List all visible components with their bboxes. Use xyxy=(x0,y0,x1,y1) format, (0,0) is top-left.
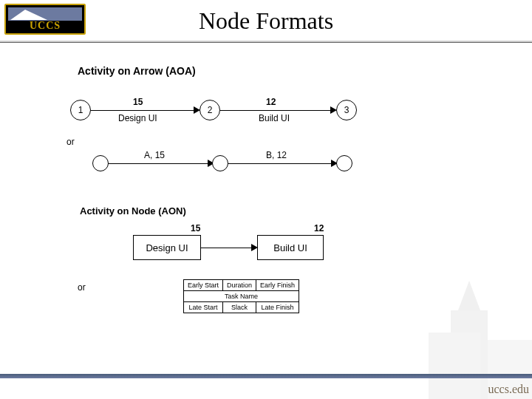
page-title: Node Formats xyxy=(0,7,532,35)
or-label-1: or xyxy=(66,137,75,147)
aoa-edge-2-3 xyxy=(220,110,331,111)
aoa-node-1: 1 xyxy=(70,100,91,120)
aon-tmpl-r1c2: Duration xyxy=(223,280,256,291)
title-divider xyxy=(0,41,532,43)
aoa2-edge-1-2-label: A, 15 xyxy=(144,150,165,160)
aoa-edge-1-2-label: Design UI xyxy=(118,113,157,123)
aoa2-edge-1-2 xyxy=(109,163,208,164)
aoa2-edge-2-3 xyxy=(228,163,332,164)
aon-node-1-duration: 15 xyxy=(191,223,200,233)
aoa-edge-2-3-duration: 12 xyxy=(266,97,276,107)
aoa2-node-3 xyxy=(336,155,352,171)
aoa-node-3: 3 xyxy=(336,100,357,120)
heading-aon: Activity on Node (AON) xyxy=(80,205,186,216)
aon-tmpl-r3c1: Late Start xyxy=(184,302,223,313)
campus-watermark xyxy=(340,266,532,399)
aoa-edge-1-2-duration: 15 xyxy=(133,97,143,107)
aon-tmpl-r3c3: Late Finish xyxy=(256,302,299,313)
aoa-diagram-2: A, 15 B, 12 xyxy=(92,148,388,185)
aon-node-2-duration: 12 xyxy=(314,223,324,233)
aoa-edge-1-2 xyxy=(91,110,194,111)
svg-rect-0 xyxy=(451,310,488,399)
aoa-edge-2-3-label: Build UI xyxy=(259,113,290,123)
aon-node-2: Build UI xyxy=(257,235,324,260)
footer-divider xyxy=(0,374,532,378)
footer-url: uccs.edu xyxy=(488,383,529,396)
svg-rect-1 xyxy=(429,332,480,399)
aon-tmpl-r2: Task Name xyxy=(184,291,299,302)
aoa2-node-2 xyxy=(212,155,228,171)
aon-tmpl-r3c2: Slack xyxy=(223,302,256,313)
svg-marker-3 xyxy=(458,281,480,310)
aoa2-edge-2-3-label: B, 12 xyxy=(266,150,287,160)
aoa-diagram-1: 1 15 Design UI 2 12 Build UI 3 xyxy=(70,92,388,137)
aon-tmpl-r1c3: Early Finish xyxy=(256,280,299,291)
aon-diagram-1: Design UI 15 Build UI 12 xyxy=(133,229,392,273)
aon-node-1: Design UI xyxy=(133,235,201,260)
aoa2-node-1 xyxy=(92,155,109,171)
aon-edge-1-2 xyxy=(201,248,253,248)
or-label-2: or xyxy=(78,282,86,293)
heading-aoa: Activity on Arrow (AOA) xyxy=(78,65,196,77)
aon-template-table: Early Start Duration Early Finish Task N… xyxy=(183,279,299,313)
aon-tmpl-r1c1: Early Start xyxy=(184,280,223,291)
aoa-node-2: 2 xyxy=(200,100,220,120)
